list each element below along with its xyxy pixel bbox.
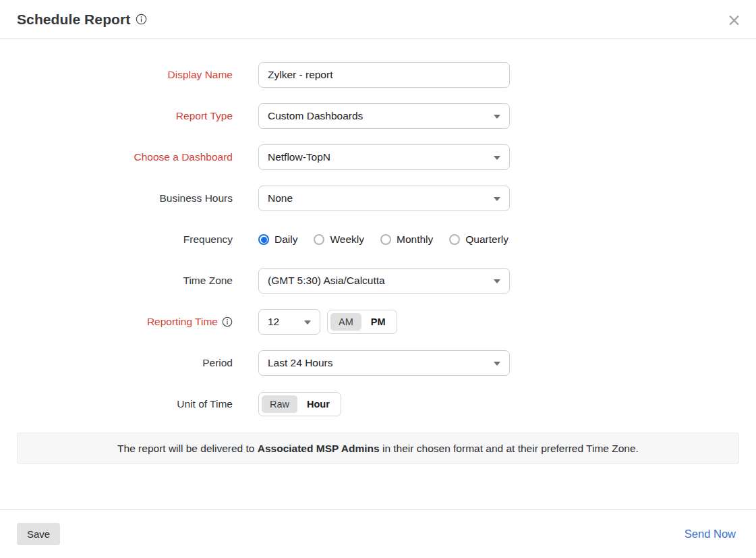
radio-unselected-icon [449,234,460,245]
close-icon[interactable]: × [727,11,741,28]
chevron-down-icon [494,115,500,119]
meridiem-pm-button[interactable]: PM [363,313,394,331]
time-zone-value: (GMT 5:30) Asia/Calcutta [268,275,385,287]
report-type-label: Report Type [0,110,233,122]
report-type-value: Custom Dashboards [268,110,363,122]
dashboard-value: Netflow-TopN [268,151,330,163]
save-button[interactable]: Save [17,523,60,545]
unit-of-time-toggle: Raw Hour [258,392,341,416]
business-hours-label: Business Hours [0,192,233,204]
dashboard-row: Choose a Dashboard Netflow-TopN [0,144,756,170]
reporting-time-label-text: Reporting Time [147,316,218,328]
send-now-link[interactable]: Send Now [685,528,736,540]
dashboard-select[interactable]: Netflow-TopN [258,144,510,170]
business-hours-row: Business Hours None [0,186,756,211]
display-name-label: Display Name [0,69,233,81]
period-row: Period Last 24 Hours [0,350,756,376]
frequency-option-label: Daily [274,233,297,246]
chevron-down-icon [494,156,500,160]
reporting-time-label: Reporting Time [0,316,233,328]
frequency-label: Frequency [0,233,233,246]
schedule-report-dialog: Schedule Report × Display Name Report Ty… [0,0,756,558]
time-zone-select[interactable]: (GMT 5:30) Asia/Calcutta [258,268,510,294]
meridiem-am-button[interactable]: AM [330,313,361,331]
frequency-radio-group: Daily Weekly Monthly Quarterly [258,233,508,246]
radio-selected-icon [258,234,269,245]
dialog-footer: Save Send Now [0,509,756,558]
chevron-down-icon [494,197,500,201]
business-hours-value: None [268,192,293,204]
chevron-down-icon [304,320,311,325]
banner-text: The report will be delivered to Associat… [117,443,639,455]
period-label: Period [0,357,233,369]
unit-raw-button[interactable]: Raw [262,395,297,413]
banner-text-prefix: The report will be delivered to [117,443,258,454]
page-title: Schedule Report [17,11,147,28]
period-select[interactable]: Last 24 Hours [258,350,510,376]
frequency-option-label: Quarterly [465,233,508,246]
page-title-text: Schedule Report [17,11,130,28]
report-type-row: Report Type Custom Dashboards [0,103,756,129]
frequency-radio-monthly[interactable]: Monthly [380,233,433,246]
dialog-header: Schedule Report × [0,0,756,39]
reporting-hour-select[interactable]: 12 [258,309,320,335]
frequency-row: Frequency Daily Weekly Monthly [0,227,756,252]
unit-of-time-row: Unit of Time Raw Hour [0,391,756,417]
meridiem-toggle: AM PM [327,310,397,334]
unit-hour-button[interactable]: Hour [299,395,338,413]
display-name-input[interactable] [258,62,510,88]
info-icon [136,13,147,25]
frequency-radio-daily[interactable]: Daily [258,233,297,246]
chevron-down-icon [494,279,500,283]
radio-unselected-icon [314,234,324,245]
schedule-report-form: Display Name Report Type Custom Dashboar… [0,39,756,417]
banner-text-highlight: Associated MSP Admins [258,443,380,454]
time-zone-label: Time Zone [0,275,233,287]
radio-unselected-icon [380,234,391,245]
display-name-row: Display Name [0,62,756,88]
delivery-info-banner: The report will be delivered to Associat… [17,433,739,464]
period-value: Last 24 Hours [268,357,333,369]
frequency-option-label: Weekly [330,233,364,246]
unit-of-time-label: Unit of Time [0,398,233,410]
reporting-time-row: Reporting Time 12 AM PM [0,309,756,335]
time-zone-row: Time Zone (GMT 5:30) Asia/Calcutta [0,268,756,294]
chevron-down-icon [494,362,500,366]
frequency-radio-quarterly[interactable]: Quarterly [449,233,508,246]
dashboard-label: Choose a Dashboard [0,151,233,163]
frequency-radio-weekly[interactable]: Weekly [314,233,364,246]
info-icon [222,316,233,327]
reporting-hour-value: 12 [268,316,279,328]
business-hours-select[interactable]: None [258,186,510,211]
banner-text-suffix: in their chosen format and at their pref… [380,443,639,454]
frequency-option-label: Monthly [397,233,433,246]
report-type-select[interactable]: Custom Dashboards [258,103,510,129]
